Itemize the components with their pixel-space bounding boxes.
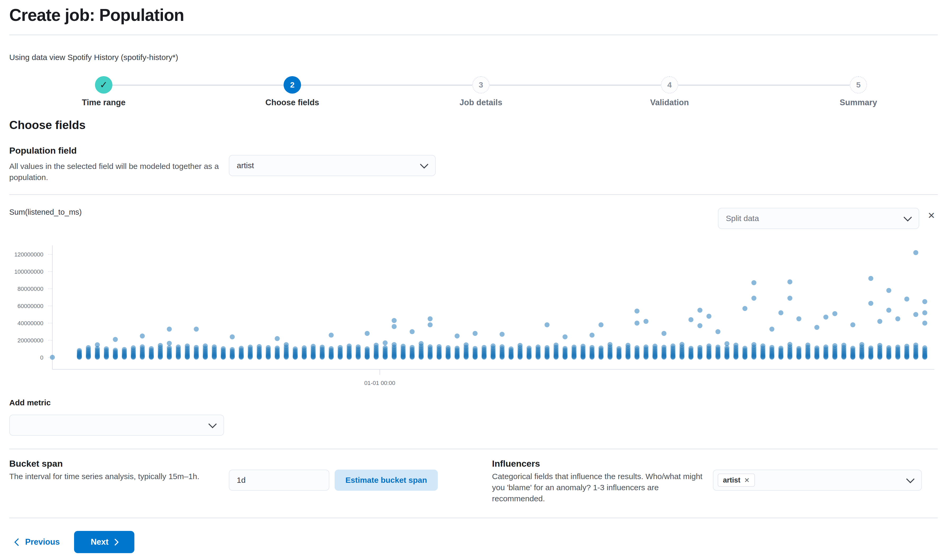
influencers-description: Categorical fields that influence the re… [492,471,709,504]
page-title: Create job: Population [9,5,184,25]
stepper-step-job-details: 3 Job details [423,76,539,107]
step-number: 4 [661,76,678,94]
add-metric-label: Add metric [9,398,51,407]
add-metric-select[interactable] [9,415,224,436]
svg-text:40000000: 40000000 [17,320,43,326]
step-label: Summary [839,98,877,107]
check-icon[interactable]: ✓ [95,76,112,94]
bucket-span-label: Bucket span [9,458,63,469]
stepper-step-validation: 4 Validation [611,76,728,107]
title-divider [9,35,938,35]
svg-text:20000000: 20000000 [17,337,43,344]
add-metric-divider [9,449,938,449]
stepper-step-summary: 5 Summary [800,76,916,107]
section-heading-choose-fields: Choose fields [9,118,86,132]
stepper-step-time-range[interactable]: ✓ Time range [46,76,162,107]
metric-title: Sum(listened_to_ms) [9,208,82,217]
step-label: Time range [82,98,126,107]
stepper-step-choose-fields[interactable]: 2 Choose fields [234,76,351,107]
population-field-label: Population field [9,145,77,156]
svg-text:60000000: 60000000 [17,303,43,309]
step-number[interactable]: 2 [283,76,301,94]
step-label: Choose fields [265,98,319,107]
step-label: Validation [650,98,689,107]
influencer-tag-label: artist [723,476,741,485]
chevron-down-icon [208,420,217,429]
chevron-right-icon [112,538,119,546]
previous-button[interactable]: Previous [15,537,60,547]
chevron-left-icon [14,538,22,546]
influencers-label: Influencers [492,458,540,469]
population-field-value: artist [237,161,254,170]
svg-text:01-01 00:00: 01-01 00:00 [364,380,395,386]
influencer-tag-artist[interactable]: artist ✕ [718,474,755,487]
next-label: Next [91,537,108,547]
remove-influencer-icon[interactable]: ✕ [744,477,750,484]
influencers-select[interactable]: artist ✕ [713,469,922,491]
population-scatter-chart: 0200000004000000060000000800000001000000… [0,238,947,386]
chevron-down-icon [420,160,428,169]
bucket-span-input[interactable] [229,469,330,491]
population-field-select[interactable]: artist [229,155,436,176]
population-divider [9,194,938,195]
estimate-bucket-span-button[interactable]: Estimate bucket span [335,469,438,491]
data-view-info: Using data view Spotify History (spotify… [9,53,178,62]
svg-text:120000000: 120000000 [14,251,43,258]
svg-text:100000000: 100000000 [14,268,43,275]
step-label: Job details [459,98,502,107]
previous-label: Previous [25,537,60,547]
footer-divider [9,518,938,518]
svg-text:0: 0 [40,354,43,361]
bucket-span-description: The interval for time series analysis, t… [9,471,234,482]
step-number: 3 [472,76,490,94]
create-job-page: Create job: Population Using data view S… [0,0,947,560]
svg-text:80000000: 80000000 [17,286,43,292]
population-field-description: All values in the selected field will be… [9,161,233,183]
chevron-down-icon [903,213,912,222]
chevron-down-icon [906,475,915,484]
close-icon[interactable]: ✕ [925,209,938,222]
split-data-select[interactable]: Split data [718,208,919,229]
next-button[interactable]: Next [74,531,134,553]
split-data-placeholder: Split data [726,214,759,223]
step-number: 5 [850,76,867,94]
